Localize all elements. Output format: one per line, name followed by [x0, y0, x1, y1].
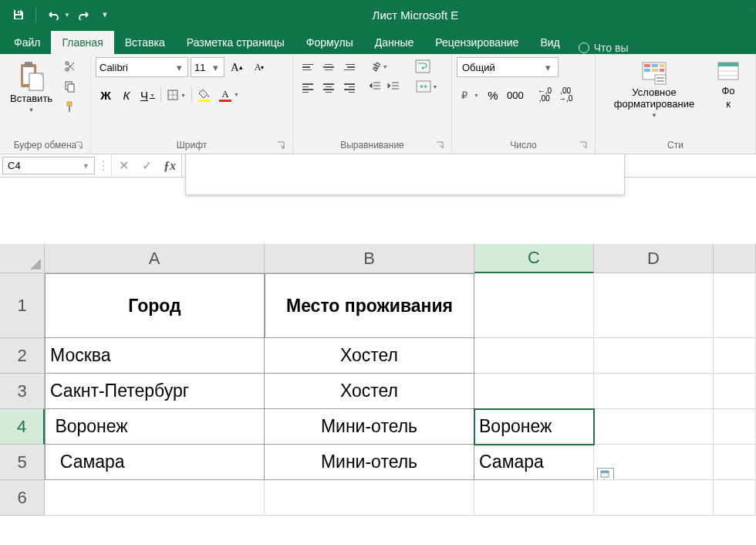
- undo-caret[interactable]: ▼: [64, 12, 70, 19]
- cell-E1[interactable]: [714, 273, 756, 338]
- enter-formula-button[interactable]: ✓: [135, 158, 158, 173]
- autofill-options-button[interactable]: [597, 468, 614, 480]
- comma-button[interactable]: 000: [504, 85, 527, 105]
- cell-B2[interactable]: Хостел: [265, 338, 474, 374]
- cell-C1[interactable]: [474, 273, 594, 338]
- cell-D1[interactable]: [594, 273, 714, 338]
- tab-home[interactable]: Главная: [51, 31, 113, 54]
- undo-button[interactable]: [41, 4, 66, 25]
- font-color-button[interactable]: А ▼: [215, 85, 235, 105]
- wrap-text-button[interactable]: [410, 57, 435, 76]
- font-name-combo[interactable]: Calibri ▾: [96, 57, 188, 77]
- cell-C6[interactable]: [474, 480, 594, 516]
- align-top-button[interactable]: [298, 57, 318, 77]
- cell-B6[interactable]: [265, 480, 474, 516]
- col-header-C[interactable]: C: [474, 244, 594, 273]
- percent-button[interactable]: %: [483, 85, 503, 105]
- row-header-1[interactable]: 1: [0, 273, 45, 338]
- cell-A4[interactable]: Воронеж: [45, 409, 265, 445]
- name-box-caret[interactable]: ▼: [83, 162, 89, 170]
- cell-A1[interactable]: Город: [45, 273, 265, 338]
- bold-button[interactable]: Ж: [96, 85, 116, 105]
- cell-C3[interactable]: [474, 374, 594, 409]
- cell-E6[interactable]: [714, 480, 756, 516]
- conditional-formatting-button[interactable]: Условное форматирование ▼: [600, 57, 708, 123]
- tab-insert[interactable]: Вставка: [114, 31, 176, 54]
- redo-button[interactable]: [72, 4, 96, 25]
- cell-D5[interactable]: [594, 445, 714, 480]
- formula-input[interactable]: =СЖПРОБЕЛЫ(A4): [182, 154, 756, 177]
- cancel-formula-button[interactable]: ✕: [112, 158, 135, 173]
- cell-E2[interactable]: [714, 338, 756, 374]
- col-header-E[interactable]: [714, 244, 756, 273]
- cell-A2[interactable]: Москва: [45, 338, 265, 374]
- cell-D2[interactable]: [594, 338, 714, 374]
- col-header-B[interactable]: B: [265, 244, 474, 273]
- row-header-3[interactable]: 3: [0, 374, 45, 409]
- cell-A6[interactable]: [45, 480, 265, 516]
- increase-indent-button[interactable]: [384, 77, 403, 96]
- align-right-button[interactable]: [339, 78, 359, 98]
- row-header-2[interactable]: 2: [0, 338, 45, 374]
- align-center-button[interactable]: [319, 78, 339, 98]
- tell-me[interactable]: Что вы: [571, 42, 636, 54]
- decrease-indent-button[interactable]: [366, 77, 384, 96]
- grow-font-button[interactable]: A▴: [227, 57, 247, 77]
- cell-B1[interactable]: Место проживания: [265, 273, 474, 338]
- col-header-A[interactable]: A: [45, 244, 265, 273]
- shrink-font-button[interactable]: A▾: [249, 57, 269, 77]
- underline-button[interactable]: Ч▼: [137, 85, 158, 105]
- save-button[interactable]: [6, 4, 31, 25]
- copy-button[interactable]: [61, 77, 79, 96]
- cell-A3[interactable]: Сакнт-Петербург: [45, 374, 265, 409]
- number-format-combo[interactable]: Общий ▾: [457, 57, 559, 77]
- borders-button[interactable]: ▼: [164, 85, 189, 105]
- clipboard-dialog-launcher[interactable]: [73, 140, 84, 151]
- row-header-5[interactable]: 5: [0, 445, 45, 480]
- cut-button[interactable]: [61, 57, 79, 76]
- tab-view[interactable]: Вид: [529, 31, 570, 54]
- fill-color-button[interactable]: ▼: [194, 85, 214, 105]
- cell-C5[interactable]: Самара: [474, 445, 594, 480]
- qat-customize[interactable]: ▼: [98, 4, 112, 25]
- orientation-button[interactable]: ab▼: [366, 57, 393, 76]
- alignment-dialog-launcher[interactable]: [434, 140, 445, 151]
- align-middle-button[interactable]: [319, 57, 339, 77]
- font-name-caret[interactable]: ▾: [174, 62, 184, 73]
- cell-E3[interactable]: [714, 374, 756, 409]
- cell-B3[interactable]: Хостел: [265, 374, 474, 409]
- align-bottom-button[interactable]: [339, 57, 359, 77]
- accounting-button[interactable]: ₽▼: [457, 85, 482, 105]
- increase-decimal-button[interactable]: ←,0,00: [535, 85, 555, 105]
- align-left-button[interactable]: [298, 78, 318, 98]
- row-header-6[interactable]: 6: [0, 480, 45, 516]
- tab-page-layout[interactable]: Разметка страницы: [176, 31, 295, 54]
- tab-review[interactable]: Рецензирование: [424, 31, 529, 54]
- insert-function-button[interactable]: ƒx: [158, 159, 181, 173]
- number-dialog-launcher[interactable]: [578, 140, 589, 151]
- cell-D3[interactable]: [594, 374, 714, 409]
- decrease-decimal-button[interactable]: ,00→,0: [555, 85, 575, 105]
- format-painter-button[interactable]: [61, 97, 79, 116]
- cell-B4[interactable]: Мини-отель: [265, 409, 474, 445]
- cell-E5[interactable]: [714, 445, 756, 480]
- cell-C2[interactable]: [474, 338, 594, 374]
- format-as-table-button[interactable]: Фо к: [711, 57, 745, 114]
- tab-file[interactable]: Файл: [3, 31, 51, 54]
- col-header-D[interactable]: D: [594, 244, 714, 273]
- cell-D4[interactable]: [594, 409, 714, 445]
- cell-C4[interactable]: Воронеж: [474, 409, 594, 445]
- font-size-caret[interactable]: ▾: [210, 62, 221, 73]
- font-dialog-launcher[interactable]: [275, 140, 286, 151]
- name-box[interactable]: C4 ▼: [2, 157, 95, 174]
- merge-button[interactable]: ▼: [410, 77, 443, 96]
- cell-E4[interactable]: [714, 409, 756, 445]
- italic-button[interactable]: К: [116, 85, 137, 105]
- font-size-combo[interactable]: 11 ▾: [191, 57, 224, 77]
- tab-formulas[interactable]: Формулы: [295, 31, 364, 54]
- row-header-4[interactable]: 4: [0, 409, 45, 445]
- tab-data[interactable]: Данные: [364, 31, 425, 54]
- cell-D6[interactable]: [594, 480, 714, 516]
- select-all-corner[interactable]: [0, 244, 45, 273]
- cell-A5[interactable]: Самара: [45, 445, 265, 480]
